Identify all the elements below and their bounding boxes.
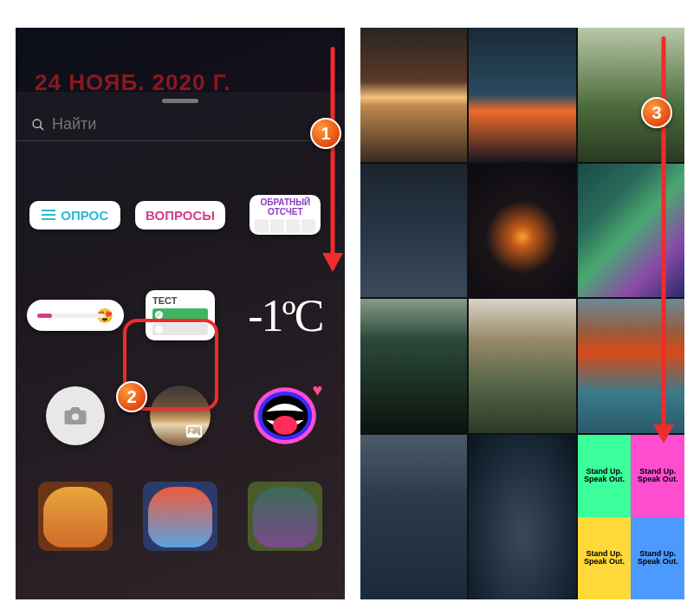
sticker-poll[interactable]: ОПРОС — [29, 201, 120, 230]
annotation-arrow — [322, 47, 343, 272]
sticker-temperature[interactable]: -1ºC — [248, 290, 322, 341]
sticker-questions[interactable]: ВОПРОСЫ — [135, 201, 225, 230]
sticker-giphy-3[interactable] — [248, 482, 322, 551]
gallery-thumb[interactable]: Stand Up. Speak Out. Stand Up. Speak Out… — [578, 435, 684, 600]
sticker-giphy-1[interactable] — [38, 482, 113, 551]
sticker-countdown[interactable]: ОБРАТНЫЙ ОТСЧЕТ — [250, 195, 321, 235]
heart-icon — [42, 587, 109, 599]
gallery-thumb[interactable] — [469, 299, 575, 433]
gallery-thumb[interactable] — [360, 435, 467, 600]
annotation-marker-3: 3 — [641, 97, 672, 128]
svg-point-2 — [72, 413, 79, 420]
sticker-giphy-2[interactable] — [143, 482, 217, 551]
svg-point-0 — [33, 120, 41, 127]
sticker-heart-cyan[interactable] — [42, 587, 109, 599]
sticker-countdown-label: ОБРАТНЫЙ ОТСЧЕТ — [255, 198, 315, 217]
sticker-grid: ОПРОС ВОПРОСЫ ОБРАТНЫЙ ОТСЧЕТ 😍 ТЕСТ ✓ -… — [16, 149, 345, 599]
gallery-thumb[interactable] — [360, 299, 467, 433]
sticker-quiz-label: ТЕСТ — [152, 295, 208, 306]
sticker-quiz[interactable]: ТЕСТ ✓ — [146, 290, 215, 340]
story-editor-screen: 24 НОЯБ. 2020 Г. ОПРОС ВОПРОСЫ ОБРАТНЫЙ … — [16, 28, 345, 599]
search-icon — [31, 118, 45, 132]
gallery-thumb[interactable] — [360, 164, 467, 298]
countdown-digits-icon — [255, 219, 315, 233]
svg-point-4 — [191, 429, 193, 431]
stand-up-tile: Stand Up. Speak Out. — [631, 517, 684, 599]
annotation-marker-1: 1 — [310, 118, 341, 149]
gallery-thumb[interactable] — [469, 435, 575, 600]
gallery-thumb[interactable] — [469, 28, 575, 162]
gallery-thumb[interactable] — [360, 28, 467, 162]
svg-point-8 — [273, 416, 297, 435]
annotation-marker-2: 2 — [116, 381, 147, 412]
stand-up-tile: Stand Up. Speak Out. — [578, 435, 632, 517]
sticker-camera[interactable] — [46, 386, 105, 445]
stand-up-tile: Stand Up. Speak Out. — [578, 517, 632, 599]
heart-icon: ♥ — [312, 380, 322, 400]
sticker-mouth-gif[interactable]: ♥ — [251, 382, 319, 450]
sticker-gallery-photo[interactable] — [150, 385, 211, 446]
gallery-picker-screen[interactable]: Stand Up. Speak Out. Stand Up. Speak Out… — [360, 28, 684, 599]
sticker-poll-label: ОПРОС — [61, 208, 108, 223]
camera-icon — [62, 403, 88, 429]
svg-line-1 — [40, 126, 43, 130]
sticker-search-row — [16, 103, 345, 141]
sticker-heart-purple[interactable] — [146, 587, 214, 599]
gallery-picture-icon — [183, 422, 205, 441]
heart-icon — [146, 587, 214, 599]
mouth-icon — [251, 382, 319, 450]
stand-up-tile: Stand Up. Speak Out. — [631, 435, 684, 517]
sticker-panel[interactable]: ОПРОС ВОПРОСЫ ОБРАТНЫЙ ОТСЧЕТ 😍 ТЕСТ ✓ -… — [16, 92, 345, 599]
search-input[interactable] — [52, 115, 329, 133]
gallery-thumb[interactable] — [469, 164, 575, 298]
sticker-slider[interactable]: 😍 — [27, 300, 124, 331]
